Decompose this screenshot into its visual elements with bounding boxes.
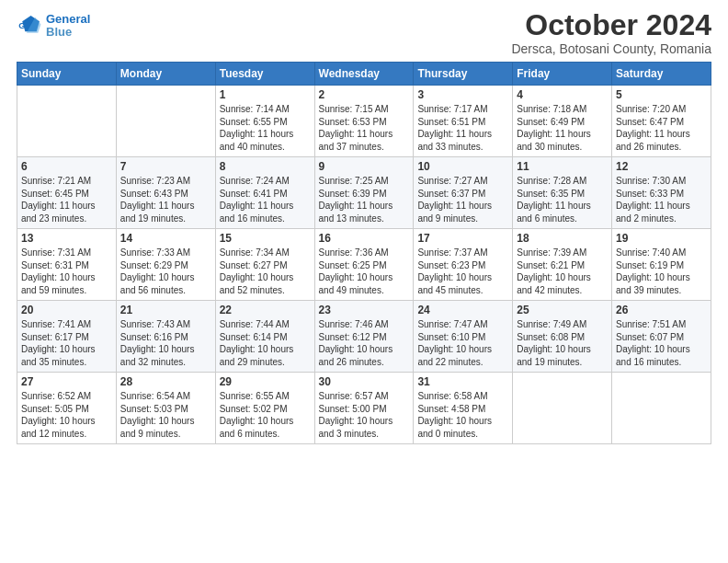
day-number: 9 bbox=[319, 160, 410, 173]
day-detail: Sunrise: 7:47 AM Sunset: 6:10 PM Dayligh… bbox=[417, 318, 508, 368]
day-number: 17 bbox=[417, 232, 508, 245]
day-detail: Sunrise: 7:34 AM Sunset: 6:27 PM Dayligh… bbox=[220, 247, 311, 296]
day-number: 24 bbox=[417, 304, 508, 316]
calendar-cell: 14Sunrise: 7:33 AM Sunset: 6:29 PM Dayli… bbox=[116, 229, 215, 301]
calendar-cell: 9Sunrise: 7:25 AM Sunset: 6:39 PM Daylig… bbox=[314, 157, 414, 229]
calendar-cell: 4Sunrise: 7:18 AM Sunset: 6:49 PM Daylig… bbox=[513, 86, 612, 157]
calendar-table: SundayMondayTuesdayWednesdayThursdayFrid… bbox=[17, 62, 711, 444]
calendar-cell: 17Sunrise: 7:37 AM Sunset: 6:23 PM Dayli… bbox=[414, 229, 513, 301]
day-number: 10 bbox=[417, 160, 508, 173]
day-detail: Sunrise: 6:57 AM Sunset: 5:00 PM Dayligh… bbox=[319, 390, 410, 440]
day-detail: Sunrise: 7:20 AM Sunset: 6:47 PM Dayligh… bbox=[616, 103, 707, 153]
day-number: 29 bbox=[220, 375, 311, 388]
day-number: 7 bbox=[120, 160, 211, 173]
day-detail: Sunrise: 7:30 AM Sunset: 6:33 PM Dayligh… bbox=[616, 175, 707, 224]
day-number: 4 bbox=[517, 88, 608, 101]
header-day-thursday: Thursday bbox=[414, 63, 513, 86]
day-detail: Sunrise: 6:55 AM Sunset: 5:02 PM Dayligh… bbox=[220, 390, 311, 440]
day-detail: Sunrise: 7:21 AM Sunset: 6:45 PM Dayligh… bbox=[21, 175, 112, 224]
calendar-cell: 11Sunrise: 7:28 AM Sunset: 6:35 PM Dayli… bbox=[513, 157, 612, 229]
calendar-cell bbox=[17, 86, 117, 157]
calendar-week-row: 13Sunrise: 7:31 AM Sunset: 6:31 PM Dayli… bbox=[17, 229, 711, 301]
month-title: October 2024 bbox=[511, 9, 711, 41]
day-number: 1 bbox=[220, 88, 311, 101]
day-detail: Sunrise: 7:39 AM Sunset: 6:21 PM Dayligh… bbox=[517, 247, 608, 296]
day-detail: Sunrise: 7:27 AM Sunset: 6:37 PM Dayligh… bbox=[417, 175, 508, 224]
page: G General Blue October 2024 Dersca, Boto… bbox=[0, 0, 728, 563]
day-detail: Sunrise: 7:23 AM Sunset: 6:43 PM Dayligh… bbox=[120, 175, 211, 224]
calendar-cell: 31Sunrise: 6:58 AM Sunset: 4:58 PM Dayli… bbox=[414, 373, 513, 444]
calendar-cell: 26Sunrise: 7:51 AM Sunset: 6:07 PM Dayli… bbox=[612, 301, 711, 373]
calendar-cell: 12Sunrise: 7:30 AM Sunset: 6:33 PM Dayli… bbox=[612, 157, 711, 229]
day-number: 5 bbox=[616, 88, 707, 101]
header-right: October 2024 Dersca, Botosani County, Ro… bbox=[511, 9, 711, 56]
calendar-cell bbox=[612, 373, 711, 444]
day-number: 25 bbox=[517, 304, 608, 316]
calendar-cell: 27Sunrise: 6:52 AM Sunset: 5:05 PM Dayli… bbox=[17, 373, 117, 444]
calendar-header-row: SundayMondayTuesdayWednesdayThursdayFrid… bbox=[17, 63, 711, 86]
calendar-cell: 20Sunrise: 7:41 AM Sunset: 6:17 PM Dayli… bbox=[17, 301, 117, 373]
logo-text: General Blue bbox=[46, 13, 90, 40]
calendar-cell: 3Sunrise: 7:17 AM Sunset: 6:51 PM Daylig… bbox=[414, 86, 513, 157]
day-detail: Sunrise: 7:18 AM Sunset: 6:49 PM Dayligh… bbox=[517, 103, 608, 153]
calendar-cell: 2Sunrise: 7:15 AM Sunset: 6:53 PM Daylig… bbox=[314, 86, 414, 157]
calendar-cell: 28Sunrise: 6:54 AM Sunset: 5:03 PM Dayli… bbox=[116, 373, 215, 444]
day-detail: Sunrise: 7:25 AM Sunset: 6:39 PM Dayligh… bbox=[319, 175, 410, 224]
day-detail: Sunrise: 7:24 AM Sunset: 6:41 PM Dayligh… bbox=[220, 175, 311, 224]
day-detail: Sunrise: 7:15 AM Sunset: 6:53 PM Dayligh… bbox=[319, 103, 410, 153]
calendar-cell: 16Sunrise: 7:36 AM Sunset: 6:25 PM Dayli… bbox=[314, 229, 414, 301]
day-detail: Sunrise: 7:49 AM Sunset: 6:08 PM Dayligh… bbox=[517, 318, 608, 368]
calendar-cell: 15Sunrise: 7:34 AM Sunset: 6:27 PM Dayli… bbox=[215, 229, 314, 301]
day-detail: Sunrise: 7:37 AM Sunset: 6:23 PM Dayligh… bbox=[417, 247, 508, 296]
calendar-cell: 18Sunrise: 7:39 AM Sunset: 6:21 PM Dayli… bbox=[513, 229, 612, 301]
day-number: 20 bbox=[21, 304, 112, 316]
day-detail: Sunrise: 7:40 AM Sunset: 6:19 PM Dayligh… bbox=[616, 247, 707, 296]
day-number: 14 bbox=[120, 232, 211, 245]
day-number: 3 bbox=[417, 88, 508, 101]
day-number: 31 bbox=[417, 375, 508, 388]
calendar-cell: 6Sunrise: 7:21 AM Sunset: 6:45 PM Daylig… bbox=[17, 157, 117, 229]
calendar-cell: 23Sunrise: 7:46 AM Sunset: 6:12 PM Dayli… bbox=[314, 301, 414, 373]
calendar-cell: 7Sunrise: 7:23 AM Sunset: 6:43 PM Daylig… bbox=[116, 157, 215, 229]
day-detail: Sunrise: 6:52 AM Sunset: 5:05 PM Dayligh… bbox=[21, 390, 112, 440]
calendar-cell: 13Sunrise: 7:31 AM Sunset: 6:31 PM Dayli… bbox=[17, 229, 117, 301]
day-number: 8 bbox=[220, 160, 311, 173]
day-number: 16 bbox=[319, 232, 410, 245]
day-number: 2 bbox=[319, 88, 410, 101]
header-day-saturday: Saturday bbox=[612, 63, 711, 86]
location-title: Dersca, Botosani County, Romania bbox=[511, 41, 711, 56]
logo-icon: G bbox=[17, 13, 42, 39]
calendar-cell bbox=[513, 373, 612, 444]
header-day-monday: Monday bbox=[116, 63, 215, 86]
calendar-week-row: 1Sunrise: 7:14 AM Sunset: 6:55 PM Daylig… bbox=[17, 86, 711, 157]
day-detail: Sunrise: 7:36 AM Sunset: 6:25 PM Dayligh… bbox=[319, 247, 410, 296]
calendar-cell bbox=[116, 86, 215, 157]
day-number: 21 bbox=[120, 304, 211, 316]
calendar-cell: 21Sunrise: 7:43 AM Sunset: 6:16 PM Dayli… bbox=[116, 301, 215, 373]
calendar-week-row: 27Sunrise: 6:52 AM Sunset: 5:05 PM Dayli… bbox=[17, 373, 711, 444]
day-number: 30 bbox=[319, 375, 410, 388]
calendar-cell: 19Sunrise: 7:40 AM Sunset: 6:19 PM Dayli… bbox=[612, 229, 711, 301]
day-number: 23 bbox=[319, 304, 410, 316]
day-detail: Sunrise: 7:44 AM Sunset: 6:14 PM Dayligh… bbox=[220, 318, 311, 368]
day-detail: Sunrise: 7:41 AM Sunset: 6:17 PM Dayligh… bbox=[21, 318, 112, 368]
day-number: 22 bbox=[220, 304, 311, 316]
calendar-cell: 22Sunrise: 7:44 AM Sunset: 6:14 PM Dayli… bbox=[215, 301, 314, 373]
day-number: 26 bbox=[616, 304, 707, 316]
header-day-wednesday: Wednesday bbox=[314, 63, 414, 86]
logo: G General Blue bbox=[17, 13, 90, 40]
day-number: 12 bbox=[616, 160, 707, 173]
calendar-cell: 8Sunrise: 7:24 AM Sunset: 6:41 PM Daylig… bbox=[215, 157, 314, 229]
header-day-friday: Friday bbox=[513, 63, 612, 86]
day-detail: Sunrise: 7:28 AM Sunset: 6:35 PM Dayligh… bbox=[517, 175, 608, 224]
day-detail: Sunrise: 6:54 AM Sunset: 5:03 PM Dayligh… bbox=[120, 390, 211, 440]
calendar-cell: 10Sunrise: 7:27 AM Sunset: 6:37 PM Dayli… bbox=[414, 157, 513, 229]
calendar-cell: 30Sunrise: 6:57 AM Sunset: 5:00 PM Dayli… bbox=[314, 373, 414, 444]
day-number: 11 bbox=[517, 160, 608, 173]
day-detail: Sunrise: 7:14 AM Sunset: 6:55 PM Dayligh… bbox=[220, 103, 311, 153]
day-detail: Sunrise: 7:31 AM Sunset: 6:31 PM Dayligh… bbox=[21, 247, 112, 296]
day-number: 19 bbox=[616, 232, 707, 245]
day-number: 28 bbox=[120, 375, 211, 388]
day-detail: Sunrise: 7:17 AM Sunset: 6:51 PM Dayligh… bbox=[417, 103, 508, 153]
day-detail: Sunrise: 7:33 AM Sunset: 6:29 PM Dayligh… bbox=[120, 247, 211, 296]
